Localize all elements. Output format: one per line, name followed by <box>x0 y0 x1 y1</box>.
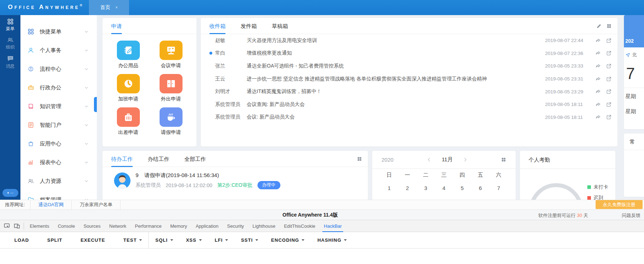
sidebar-menu-item[interactable]: 报表中心 <box>20 153 97 172</box>
hackbar-button[interactable]: ENCODING <box>265 232 311 249</box>
menu-item-icon <box>27 66 35 72</box>
apply-card: 申请 办公用品 会议申请 <box>103 18 196 147</box>
mail-row[interactable]: 刘明才 通达IT精英魔鬼训练营，招募中！ 2019-08-05 23:29 <box>201 85 617 98</box>
trial-notice: 软件注册前可运行 30 天 <box>538 212 588 219</box>
calendar-day[interactable]: 4 <box>435 185 453 191</box>
rail-item[interactable]: 菜单 <box>0 15 20 33</box>
hackbar-button[interactable]: XSS <box>180 232 208 249</box>
forward-icon[interactable] <box>595 89 601 94</box>
apply-app[interactable]: 会议申请 <box>150 41 192 69</box>
apply-app[interactable]: 出差申请 <box>107 107 150 136</box>
mail-row[interactable]: 系统管理员 会议: 新产品动员大会 2019-08-05 18:11 <box>201 111 617 124</box>
calendar-day[interactable]: 5 <box>453 185 471 191</box>
mail-tab[interactable]: 草稿箱 <box>272 18 288 34</box>
sidebar-collapse-handle[interactable] <box>94 97 97 112</box>
sidebar-menu-item[interactable]: 流程中心 <box>20 60 97 78</box>
sidebar-menu-item[interactable]: 应用中心 <box>20 134 97 153</box>
forward-icon[interactable] <box>595 102 601 107</box>
status-badge[interactable]: 办理中 <box>257 181 280 189</box>
mail-tab[interactable]: 发件箱 <box>241 18 257 34</box>
tab-apply[interactable]: 申请 <box>111 18 122 34</box>
caret-down-icon <box>255 239 258 241</box>
todo-tab[interactable]: 办结工作 <box>148 151 169 167</box>
mail-row[interactable]: 系统管理员 会议查阅: 新产品动员大会 2019-08-05 18:11 <box>201 98 617 111</box>
calendar-grid-icon[interactable] <box>501 157 506 162</box>
compose-mail-icon[interactable] <box>596 23 602 29</box>
apply-app[interactable]: 办公用品 <box>107 41 150 69</box>
devtools-tab[interactable]: Network <box>105 220 131 232</box>
calendar-day[interactable]: 6 <box>471 185 489 191</box>
hackbar-button[interactable]: LOAD <box>8 232 41 249</box>
hackbar-button[interactable]: TEST <box>117 232 148 249</box>
devtools-tab[interactable]: Memory <box>166 220 191 232</box>
devtools-tab[interactable]: Sources <box>79 220 105 232</box>
assistant-pill-button[interactable]: ▾— <box>3 189 18 197</box>
calendar-day[interactable]: 1 <box>380 185 398 191</box>
chevron-down-icon <box>82 122 90 128</box>
todo-tab[interactable]: 全部工作 <box>184 151 206 167</box>
open-external-icon[interactable] <box>606 50 612 56</box>
device-toolbar-icon[interactable] <box>14 223 20 229</box>
mail-row[interactable]: 张兰 通达全新OA可选组件 - 知己者费用管控系统 2019-08-05 23:… <box>201 60 617 73</box>
calendar-day[interactable]: 2 <box>398 185 417 191</box>
hackbar-button[interactable]: EXECUTE <box>74 232 117 249</box>
sidebar-menu-item[interactable]: 智能门户 <box>20 116 97 134</box>
register-button[interactable]: 永久免费版注册 <box>596 200 643 209</box>
open-external-icon[interactable] <box>606 76 612 82</box>
sidebar-menu-item[interactable]: 行政办公 <box>20 78 97 97</box>
devtools-tab[interactable]: Application <box>191 220 223 232</box>
hackbar-button[interactable]: SPLIT <box>41 232 74 249</box>
devtools-tab[interactable]: Elements <box>25 220 53 232</box>
mail-row[interactable]: 常白 增值税税率更改通知 2019-08-07 22:36 <box>201 47 617 60</box>
tab-close-icon[interactable]: × <box>115 5 118 10</box>
mail-row[interactable]: 王云 进一步统一思想 坚定信念 推进精益管理战略落地 各单位积极贯彻落实全面深入… <box>201 73 617 85</box>
hackbar-button[interactable]: SSTI <box>235 232 265 249</box>
open-external-icon[interactable] <box>606 63 612 69</box>
rail-item[interactable]: 组织 <box>0 33 20 52</box>
mail-grid-icon[interactable] <box>606 23 612 29</box>
forward-icon[interactable] <box>595 63 601 69</box>
forward-icon[interactable] <box>595 76 601 82</box>
calendar-next-icon[interactable] <box>463 157 468 162</box>
forward-icon[interactable] <box>595 50 601 56</box>
open-external-icon[interactable] <box>606 102 612 107</box>
open-external-icon[interactable] <box>606 38 612 43</box>
inspect-element-icon[interactable] <box>4 223 10 229</box>
tab-home[interactable]: 首页 × <box>89 0 129 15</box>
sidebar-menu-item[interactable]: 快捷菜单 <box>20 22 97 41</box>
devtools-tab[interactable]: HackBar <box>319 220 346 232</box>
hackbar-button[interactable]: LFI <box>208 232 235 249</box>
recommend-link[interactable]: 通达OA官网 <box>30 200 72 209</box>
calendar-day[interactable]: 3 <box>417 185 435 191</box>
feedback-link[interactable]: 问题反馈 <box>622 212 640 219</box>
caret-down-icon <box>302 239 304 241</box>
devtools-tab[interactable]: EditThisCookie <box>280 220 319 232</box>
mail-tab[interactable]: 收件箱 <box>209 18 226 34</box>
open-external-icon[interactable] <box>606 114 612 120</box>
calendar-day[interactable]: 7 <box>489 185 508 191</box>
rail-item[interactable]: 消息 <box>0 52 20 71</box>
todo-item[interactable]: 9 请假申请(2019-08-14 11:56:34) 系统管理员 2019-0… <box>103 167 368 189</box>
sidebar-menu-item[interactable]: 人力资源 <box>20 172 97 190</box>
forward-icon[interactable] <box>595 114 601 120</box>
apply-app[interactable]: 加班申请 <box>107 74 150 102</box>
apply-app[interactable]: 外出申请 <box>150 74 192 102</box>
devtools-tab[interactable]: Lighthouse <box>248 220 280 232</box>
todo-grid-icon[interactable] <box>357 156 362 162</box>
sidebar-menu-item[interactable]: 个人事务 <box>20 41 97 60</box>
forward-icon[interactable] <box>595 38 601 43</box>
mail-date: 2019-08-05 23:33 <box>545 63 592 69</box>
devtools-tab[interactable]: Console <box>53 220 79 232</box>
recommend-link[interactable]: 万余家用户名单 <box>71 200 120 209</box>
sidebar-menu-item[interactable]: 档案管理 <box>20 190 97 200</box>
sidebar-menu-item[interactable]: 知识管理 <box>20 97 97 116</box>
todo-tab[interactable]: 待办工作 <box>111 151 133 167</box>
devtools-tab[interactable]: Performance <box>131 220 166 232</box>
hackbar-button[interactable]: HASHING <box>311 232 353 249</box>
hackbar-button[interactable]: SQLI <box>148 232 179 249</box>
open-external-icon[interactable] <box>606 89 612 94</box>
apply-app[interactable]: 请假申请 <box>150 107 192 136</box>
calendar-prev-icon[interactable] <box>426 157 432 162</box>
devtools-tab[interactable]: Security <box>223 220 248 232</box>
mail-row[interactable]: 赵敏 灭火器使用方法及用电安全培训 2019-08-07 22:44 <box>201 34 617 47</box>
